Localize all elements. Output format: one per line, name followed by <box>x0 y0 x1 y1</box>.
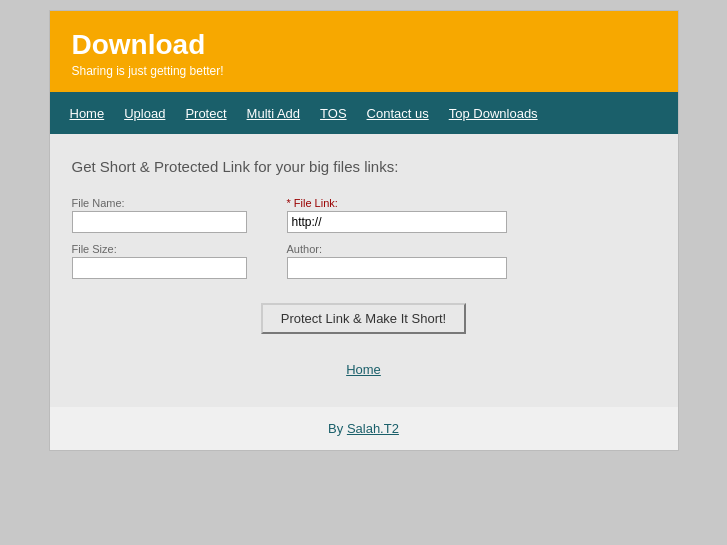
file-link-input[interactable] <box>287 211 507 233</box>
nav-home[interactable]: Home <box>70 106 105 121</box>
page-wrapper: Download Sharing is just getting better!… <box>49 10 679 451</box>
file-size-label: File Size: <box>72 243 247 255</box>
navigation: Home Upload Protect Multi Add TOS Contac… <box>50 92 678 134</box>
nav-contact[interactable]: Contact us <box>367 106 429 121</box>
site-subtitle: Sharing is just getting better! <box>72 64 656 78</box>
nav-upload[interactable]: Upload <box>124 106 165 121</box>
author-group: Author: <box>287 243 507 279</box>
form-area: File Name: * File Link: File Size: Autho… <box>72 197 656 377</box>
author-input[interactable] <box>287 257 507 279</box>
file-link-label: * File Link: <box>287 197 507 209</box>
file-size-group: File Size: <box>72 243 247 279</box>
main-content: Get Short & Protected Link for your big … <box>50 134 678 407</box>
author-link[interactable]: Salah.T2 <box>347 421 399 436</box>
nav-top-downloads[interactable]: Top Downloads <box>449 106 538 121</box>
submit-button[interactable]: Protect Link & Make It Short! <box>261 303 466 334</box>
file-name-input[interactable] <box>72 211 247 233</box>
header: Download Sharing is just getting better! <box>50 11 678 92</box>
file-name-group: File Name: <box>72 197 247 233</box>
nav-protect[interactable]: Protect <box>185 106 226 121</box>
file-link-group: * File Link: <box>287 197 507 233</box>
footer-home-link[interactable]: Home <box>346 362 381 377</box>
site-title: Download <box>72 29 656 61</box>
submit-row: Protect Link & Make It Short! <box>72 303 656 334</box>
form-row-2: File Size: Author: <box>72 243 656 279</box>
author-label: Author: <box>287 243 507 255</box>
bottom-footer: By Salah.T2 <box>50 407 678 450</box>
file-name-label: File Name: <box>72 197 247 209</box>
nav-tos[interactable]: TOS <box>320 106 347 121</box>
form-row-1: File Name: * File Link: <box>72 197 656 233</box>
file-size-input[interactable] <box>72 257 247 279</box>
footer-link-area: Home <box>72 362 656 377</box>
by-text: By <box>328 421 343 436</box>
page-heading: Get Short & Protected Link for your big … <box>72 158 656 175</box>
nav-multi-add[interactable]: Multi Add <box>247 106 300 121</box>
